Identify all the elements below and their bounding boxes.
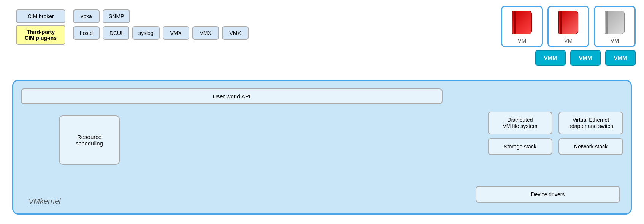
top-area: CIM broker Third-partyCIM plug-ins vpxa … (8, 6, 636, 82)
vm-image-3 (601, 9, 628, 36)
vmx-box-3: VMX (222, 26, 249, 40)
vm-label-2: VM (564, 37, 573, 44)
network-stack-box: Network stack (558, 138, 623, 155)
vmm-box-3: VMM (605, 50, 636, 66)
right-boxes: DistributedVM file system Storage stack … (488, 112, 623, 155)
vpxa-box: vpxa (73, 9, 100, 23)
user-world-api-bar: User world API (21, 88, 443, 104)
vm-card-3: VM (594, 6, 636, 47)
network-column: Virtual Ethernetadapter and switch Netwo… (558, 112, 623, 155)
vm-row: VM VM VM (501, 6, 636, 47)
vmm-row: VMM VMM VMM (535, 50, 636, 66)
diagram-container: CIM broker Third-partyCIM plug-ins vpxa … (8, 6, 636, 218)
vmkernel-label: VMkernel (29, 197, 60, 206)
vm-section: VM VM VM VMM VMM VMM (501, 6, 636, 66)
cim-group: CIM broker Third-partyCIM plug-ins (16, 9, 65, 45)
vm-label-3: VM (611, 37, 619, 44)
hostd-box: hostd (73, 26, 100, 40)
cim-broker-box: CIM broker (16, 9, 65, 23)
distributed-vm-fs-box: DistributedVM file system (488, 112, 552, 134)
vmm-box-2: VMM (570, 50, 601, 66)
storage-stack-box: Storage stack (488, 138, 552, 155)
services-row-1: vpxa SNMP (73, 9, 249, 23)
storage-column: DistributedVM file system Storage stack (488, 112, 552, 155)
dcui-box: DCUI (103, 26, 129, 40)
services-row-2: hostd DCUI syslog VMX VMX VMX (73, 26, 249, 40)
vm-image-2 (555, 9, 582, 36)
resource-scheduling-box: Resourcescheduling (59, 115, 120, 165)
vmkernel-inner: Resourcescheduling DistributedVM file sy… (21, 112, 623, 165)
virtual-ethernet-box: Virtual Ethernetadapter and switch (558, 112, 623, 134)
vmx-box-2: VMX (192, 26, 219, 40)
vm-image-1 (509, 9, 535, 36)
vmx-box-1: VMX (163, 26, 189, 40)
services-area: vpxa SNMP hostd DCUI syslog VMX VMX VMX (73, 9, 249, 40)
syslog-box: syslog (132, 26, 160, 40)
vmm-box-1: VMM (535, 50, 566, 66)
device-drivers-box: Device drivers (476, 186, 620, 203)
vmkernel-box: User world API Resourcescheduling Distri… (12, 80, 632, 215)
third-party-cim-box: Third-partyCIM plug-ins (16, 25, 65, 45)
snmp-box: SNMP (103, 9, 130, 23)
vm-card-1: VM (501, 6, 543, 47)
vm-label-1: VM (518, 37, 527, 44)
vm-card-2: VM (547, 6, 589, 47)
